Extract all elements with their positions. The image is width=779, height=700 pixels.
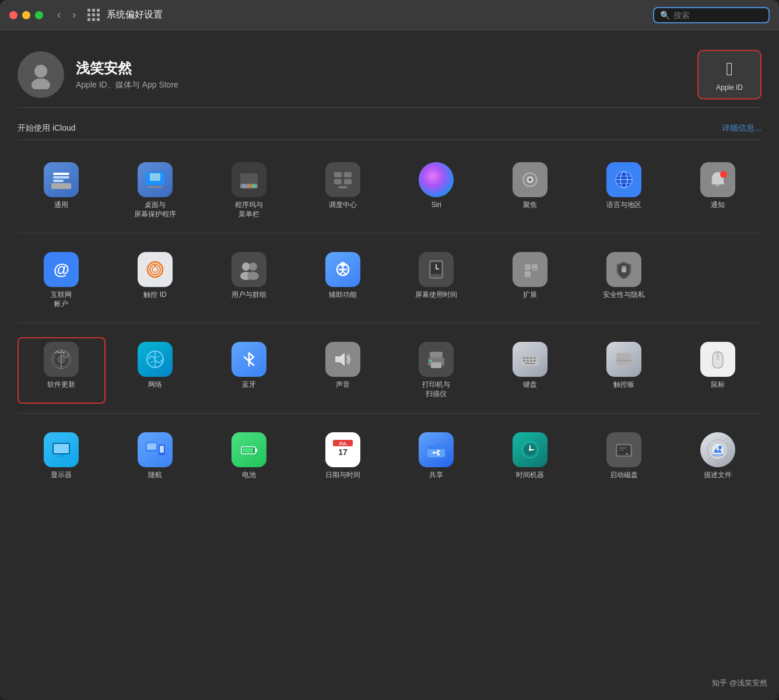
mouse-label: 鼠标	[711, 380, 725, 390]
sharing-icon	[419, 432, 454, 467]
svg-text:17: 17	[338, 447, 348, 457]
svg-point-102	[529, 449, 531, 451]
users-icon	[231, 252, 266, 287]
sidebar-item-time-machine[interactable]: 时间机器	[486, 428, 574, 485]
window: ‹ › 系统偏好设置 🔍 浅笑安然 Apple ID、	[0, 0, 779, 700]
extensions-icon	[513, 252, 548, 287]
sidebar-item-siri[interactable]: Siri	[392, 158, 480, 223]
apple-id-button[interactable]:  Apple ID	[697, 50, 762, 100]
sidebar-item-keyboard[interactable]: 键盘	[486, 337, 574, 403]
svg-point-1	[31, 79, 50, 90]
svg-rect-51	[525, 271, 531, 277]
trackpad-label: 触控板	[613, 380, 634, 390]
sidebar-item-bluetooth[interactable]: 蓝牙	[205, 337, 293, 403]
traffic-lights	[9, 11, 43, 19]
display-icon	[44, 432, 79, 467]
focus-label: 聚焦	[523, 201, 537, 210]
svg-rect-54	[622, 268, 626, 272]
svg-rect-71	[534, 357, 536, 359]
back-button[interactable]: ‹	[52, 6, 65, 23]
sidebar-item-mission[interactable]: 调度中心	[299, 158, 387, 223]
screen-time-icon	[419, 252, 454, 287]
sidebar-item-sidecar[interactable]: 随航	[111, 428, 199, 485]
sidebar-item-sound[interactable]: 声音	[299, 337, 387, 403]
sidebar-item-datetime[interactable]: JUL17 日期与时间	[299, 428, 387, 485]
sidebar-item-extensions[interactable]: 扩展	[486, 247, 574, 313]
sidebar-item-dock[interactable]: 程序坞与 菜单栏	[205, 158, 293, 223]
icloud-text: 开始使用 iCloud	[17, 123, 76, 134]
screen-time-label: 屏幕使用时间	[415, 290, 457, 300]
avatar-icon	[26, 60, 55, 89]
search-box[interactable]: 🔍	[653, 7, 770, 23]
sidebar-item-desktop[interactable]: 桌面与 屏幕保护程序	[111, 158, 199, 223]
notification-icon	[700, 162, 735, 197]
svg-point-99	[437, 453, 440, 456]
sidebar-item-touch-id[interactable]: 触控 ID	[111, 247, 199, 313]
svg-point-32	[152, 267, 158, 272]
sidebar-item-focus[interactable]: 聚焦	[486, 158, 574, 223]
svg-line-43	[343, 271, 346, 275]
profile-subtitle: Apple ID、媒体与 App Store	[76, 80, 178, 90]
svg-rect-68	[523, 357, 525, 359]
forward-button[interactable]: ›	[68, 6, 80, 23]
sidecar-icon	[138, 432, 173, 467]
software-update-label: 软件更新	[47, 380, 75, 390]
svg-rect-74	[530, 360, 532, 362]
svg-rect-2	[53, 173, 69, 175]
icons-section: 通用 桌面与 屏幕保护程序 程序坞与 菜单栏	[17, 152, 762, 490]
touch-id-icon	[138, 252, 173, 287]
svg-point-28	[720, 171, 727, 178]
svg-rect-83	[58, 454, 64, 456]
icloud-section: 开始使用 iCloud 详细信息...	[17, 117, 762, 140]
sidebar-item-accessibility[interactable]: 辅助功能	[299, 247, 387, 313]
general-label: 通用	[54, 201, 68, 210]
network-label: 网络	[148, 380, 162, 390]
bluetooth-icon	[231, 342, 266, 377]
apple-logo-icon: 	[726, 58, 733, 80]
icloud-details-link[interactable]: 详细信息...	[722, 123, 762, 134]
sidebar-item-battery[interactable]: 电池	[205, 428, 293, 485]
sidebar-item-profiles[interactable]: 描述文件	[673, 428, 762, 485]
sidebar-item-software-update[interactable]: 软件更新	[17, 337, 106, 403]
sidebar-item-users[interactable]: 用户与群组	[205, 247, 293, 313]
search-icon: 🔍	[660, 10, 670, 20]
internet-label: 互联网 帐户	[51, 290, 72, 309]
search-input[interactable]	[673, 10, 761, 20]
avatar	[17, 51, 64, 98]
sidebar-item-screen-time[interactable]: 屏幕使用时间	[392, 247, 480, 313]
sidebar-item-security[interactable]: 安全性与隐私	[580, 247, 668, 313]
sidebar-item-trackpad[interactable]: 触控板	[580, 337, 668, 403]
sidebar-item-printer[interactable]: 打印机与 扫描仪	[392, 337, 480, 403]
mission-icon	[325, 162, 360, 197]
svg-text:JUL: JUL	[338, 441, 347, 446]
svg-line-42	[339, 271, 343, 275]
sidebar-item-display[interactable]: 显示器	[17, 428, 106, 485]
sidebar-item-general[interactable]: 通用	[17, 158, 106, 223]
sidebar-item-mouse[interactable]: 鼠标	[673, 337, 762, 403]
svg-point-110	[718, 446, 722, 449]
profile-section: 浅笑安然 Apple ID、媒体与 App Store  Apple ID	[17, 42, 762, 108]
dock-icon	[231, 162, 266, 197]
svg-rect-63	[430, 352, 443, 358]
sidebar-item-network[interactable]: 网络	[111, 337, 199, 403]
sidebar-item-sharing[interactable]: 共享	[392, 428, 480, 485]
printer-icon	[419, 342, 454, 377]
sidebar-item-notification[interactable]: 通知	[673, 158, 762, 223]
sidebar-item-language[interactable]: 语言与地区	[580, 158, 668, 223]
svg-rect-69	[527, 357, 529, 359]
icons-row-3: 软件更新 网络 蓝牙	[17, 331, 762, 409]
maximize-button[interactable]	[35, 11, 43, 19]
accessibility-icon	[325, 252, 360, 287]
general-icon	[44, 162, 79, 197]
sidebar-item-internet[interactable]: @ 互联网 帐户	[17, 247, 106, 313]
keyboard-icon	[513, 342, 548, 377]
sidebar-item-startup[interactable]: 启动磁盘	[580, 428, 668, 485]
minimize-button[interactable]	[22, 11, 30, 19]
icons-row-4: 显示器 随航 电池	[17, 422, 762, 491]
sound-icon	[325, 342, 360, 377]
svg-point-80	[716, 355, 720, 358]
language-icon	[606, 162, 641, 197]
close-button[interactable]	[9, 11, 17, 19]
svg-rect-15	[344, 172, 352, 177]
software-update-icon	[44, 342, 79, 377]
